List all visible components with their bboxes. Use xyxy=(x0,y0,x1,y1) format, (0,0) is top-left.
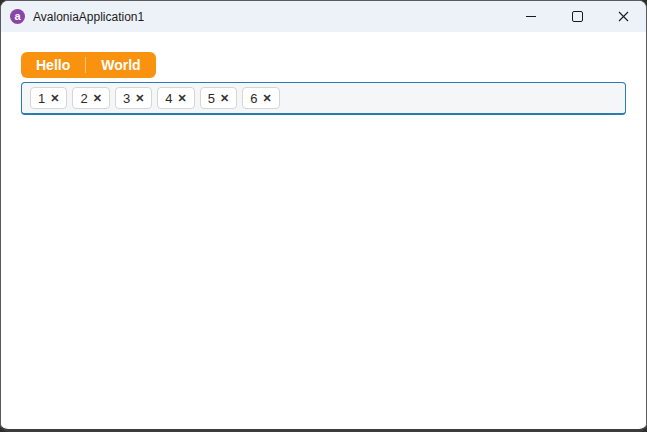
tags-input[interactable]: 1 ✕ 2 ✕ 3 ✕ 4 ✕ 5 ✕ xyxy=(21,82,626,115)
titlebar: a AvaloniaApplication1 xyxy=(1,1,646,32)
close-icon xyxy=(618,11,629,22)
close-button[interactable] xyxy=(600,1,646,32)
chip-3: 3 ✕ xyxy=(115,87,152,109)
minimize-icon xyxy=(526,16,536,17)
chip-remove-icon[interactable]: ✕ xyxy=(220,93,229,104)
chip-label: 2 xyxy=(80,91,87,106)
avalonia-logo-icon: a xyxy=(10,9,25,24)
chip-remove-icon[interactable]: ✕ xyxy=(263,93,272,104)
chip-2: 2 ✕ xyxy=(72,87,109,109)
chip-5: 5 ✕ xyxy=(200,87,237,109)
window-title: AvaloniaApplication1 xyxy=(33,10,144,24)
maximize-icon xyxy=(572,11,583,22)
window-content: Hello World 1 ✕ 2 ✕ 3 ✕ 4 xyxy=(1,32,646,429)
chip-1: 1 ✕ xyxy=(30,87,67,109)
chip-label: 1 xyxy=(38,91,45,106)
chip-label: 4 xyxy=(165,91,172,106)
tab-strip: Hello World xyxy=(21,52,156,78)
window-controls xyxy=(508,1,646,32)
maximize-button[interactable] xyxy=(554,1,600,32)
chip-label: 5 xyxy=(208,91,215,106)
minimize-button[interactable] xyxy=(508,1,554,32)
chip-label: 6 xyxy=(250,91,257,106)
tab-hello[interactable]: Hello xyxy=(21,52,85,78)
chip-4: 4 ✕ xyxy=(157,87,194,109)
desktop: a AvaloniaApplication1 Hello xyxy=(0,0,647,432)
chip-remove-icon[interactable]: ✕ xyxy=(93,93,102,104)
tab-world[interactable]: World xyxy=(86,52,155,78)
app-window: a AvaloniaApplication1 Hello xyxy=(0,0,647,432)
chip-6: 6 ✕ xyxy=(242,87,279,109)
chip-remove-icon[interactable]: ✕ xyxy=(135,93,144,104)
chip-remove-icon[interactable]: ✕ xyxy=(178,93,187,104)
chip-label: 3 xyxy=(123,91,130,106)
chip-remove-icon[interactable]: ✕ xyxy=(50,93,59,104)
